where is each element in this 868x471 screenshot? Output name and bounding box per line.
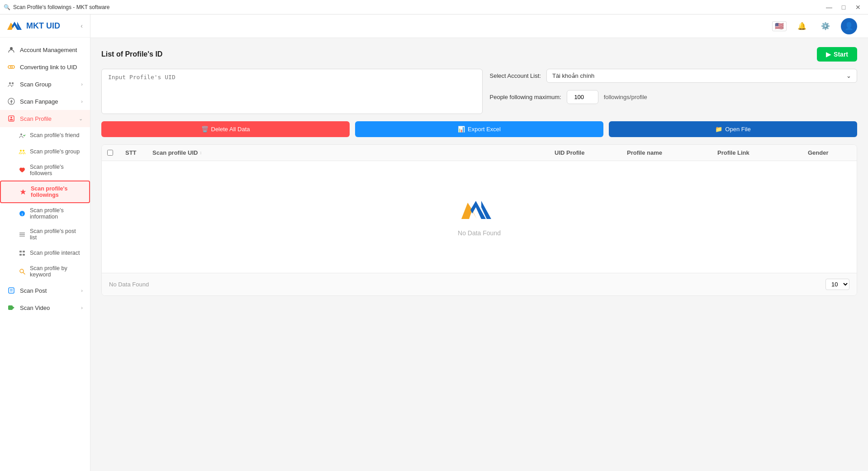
sidebar-item-scan-profile-followers[interactable]: Scan profile's followers [0, 160, 90, 181]
open-file-button[interactable]: 📁 Open File [609, 121, 857, 137]
sidebar-label-profile-friend: Scan profile's friend [30, 132, 79, 138]
user-avatar[interactable]: 👤 [841, 18, 857, 34]
svg-text:i: i [22, 212, 23, 216]
profile-uid-input[interactable] [101, 69, 483, 114]
video-icon [7, 304, 15, 312]
sidebar-item-scan-profile[interactable]: Scan Profile ⌄ [0, 110, 90, 127]
chevron-right-icon3: › [81, 288, 83, 293]
svg-marker-13 [20, 189, 26, 195]
sidebar-logo-area: MKT UID ‹ [0, 14, 90, 38]
sidebar-item-label-account: Account Management [20, 47, 77, 53]
svg-rect-16 [19, 233, 25, 233]
start-button[interactable]: ▶ Start [817, 47, 857, 62]
svg-marker-29 [13, 306, 14, 309]
svg-point-4 [10, 47, 13, 50]
sidebar-item-label-scan-group: Scan Group [20, 81, 51, 88]
settings-button[interactable]: ⚙️ [817, 18, 834, 34]
svg-rect-20 [23, 251, 25, 252]
chevron-down-icon: ⌄ [79, 116, 83, 122]
svg-rect-19 [19, 251, 22, 252]
right-controls: Select Account List: Tài khoản chính ⌄ P… [490, 69, 858, 104]
input-controls-row: Select Account List: Tài khoản chính ⌄ P… [101, 69, 857, 114]
star-icon [19, 188, 27, 196]
minimize-button[interactable]: — [823, 3, 835, 12]
select-all-checkbox[interactable] [107, 150, 113, 156]
chevron-right-icon4: › [81, 305, 83, 310]
th-scan-profile-uid: Scan profile UID ↕ [147, 149, 549, 156]
svg-rect-28 [8, 305, 13, 310]
sidebar-item-scan-fanpage[interactable]: Scan Fanpage › [0, 93, 90, 110]
sidebar-collapse-button[interactable]: ‹ [81, 22, 83, 29]
page-content: List of Profile's ID ▶ Start Select Acco… [90, 38, 868, 305]
svg-point-9 [10, 117, 12, 119]
chevron-right-icon: › [81, 81, 83, 87]
sidebar-item-label-scan-video: Scan Video [20, 304, 50, 311]
titlebar-controls: — □ ✕ [823, 3, 864, 12]
fanpage-icon [7, 97, 15, 105]
sidebar-label-profile-group: Scan profile's group [30, 148, 80, 155]
logo-icon [7, 20, 24, 32]
sort-icon: ↕ [199, 150, 202, 155]
excel-icon: 📊 [458, 126, 465, 133]
empty-state-logo [461, 197, 498, 222]
svg-point-6 [12, 82, 14, 84]
sidebar-item-scan-profile-post-list[interactable]: Scan profile's post list [0, 224, 90, 245]
close-button[interactable]: ✕ [852, 3, 864, 12]
sidebar-label-profile-information: Scan profile's information [30, 207, 83, 220]
sidebar-item-account-management[interactable]: Account Management [0, 41, 90, 58]
profile-icon [7, 114, 15, 123]
following-unit-label: followings/profile [604, 94, 647, 100]
trash-icon: 🗑️ [201, 126, 209, 133]
flag-icon: 🇺🇸 [775, 22, 784, 30]
interact-icon [18, 249, 26, 257]
sidebar-item-scan-video[interactable]: Scan Video › [0, 299, 90, 316]
empty-text: No Data Found [458, 229, 501, 237]
sidebar: MKT UID ‹ Account Management [0, 14, 90, 471]
sidebar-item-scan-profile-keyword[interactable]: Scan profile by keyword [0, 261, 90, 282]
notification-button[interactable]: 🔔 [794, 18, 810, 34]
language-flag-button[interactable]: 🇺🇸 [772, 21, 787, 31]
post-icon [7, 286, 15, 295]
data-table: STT Scan profile UID ↕ UID Profile Profi… [101, 144, 857, 296]
header-bar: 🇺🇸 🔔 ⚙️ 👤 [90, 14, 868, 38]
sidebar-item-scan-profile-interact[interactable]: Scan profile interact [0, 245, 90, 261]
group-icon [7, 80, 15, 88]
th-profile-link: Profile Link [712, 149, 802, 156]
logo: MKT UID [7, 20, 60, 32]
friend-icon [18, 131, 26, 139]
sidebar-item-scan-profile-friend[interactable]: Scan profile's friend [0, 127, 90, 143]
sidebar-label-profile-followings: Scan profile's followings [31, 186, 82, 198]
account-select[interactable]: Tài khoản chính ⌄ [546, 69, 857, 83]
delete-all-button[interactable]: 🗑️ Delete All Data [101, 121, 350, 137]
max-following-input[interactable] [567, 90, 598, 104]
sidebar-item-converting-link[interactable]: Converting link to UID [0, 58, 90, 76]
sidebar-item-label-fanpage: Scan Fanpage [20, 98, 58, 105]
th-uid-profile: UID Profile [549, 149, 621, 156]
sidebar-item-scan-profile-followings[interactable]: Scan profile's followings [0, 181, 90, 203]
content-area: 🇺🇸 🔔 ⚙️ 👤 List of Profile's ID ▶ Start [90, 14, 868, 471]
sidebar-item-scan-profile-information[interactable]: i Scan profile's information [0, 203, 90, 224]
chevron-right-icon2: › [81, 99, 83, 104]
dropdown-chevron-icon: ⌄ [846, 72, 851, 79]
svg-rect-25 [9, 288, 14, 293]
titlebar-title: 🔍 Scan Profile's followings - MKT softwa… [4, 4, 109, 10]
sidebar-label-profile-post-list: Scan profile's post list [30, 228, 83, 241]
svg-point-12 [23, 150, 24, 152]
page-size-select[interactable]: 10 20 50 [825, 279, 849, 290]
sidebar-label-profile-interact: Scan profile interact [30, 250, 80, 256]
th-stt: STT [120, 149, 147, 156]
page-title: List of Profile's ID [101, 50, 162, 58]
sidebar-item-scan-profile-group[interactable]: Scan profile's group [0, 143, 90, 160]
maximize-button[interactable]: □ [837, 3, 850, 12]
person-icon [7, 46, 15, 54]
sidebar-item-scan-post[interactable]: Scan Post › [0, 282, 90, 299]
sidebar-menu: Account Management Converting link to UI… [0, 38, 90, 320]
sidebar-item-scan-group[interactable]: Scan Group › [0, 76, 90, 93]
export-excel-button[interactable]: 📊 Export Excel [355, 121, 603, 137]
svg-rect-17 [19, 234, 25, 235]
svg-rect-21 [19, 254, 22, 256]
info-icon: i [18, 209, 26, 218]
max-following-row: People following maximum: followings/pro… [490, 90, 858, 104]
th-checkbox [102, 149, 120, 156]
sidebar-item-label-scan-profile: Scan Profile [20, 115, 52, 122]
